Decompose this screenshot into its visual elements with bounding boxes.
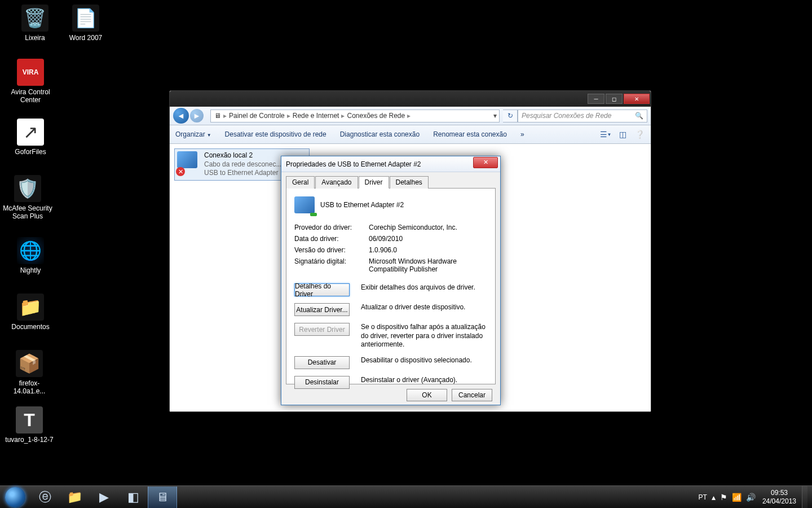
chevron-right-icon: ▸ — [341, 112, 345, 120]
desktop-icon-lixeira[interactable]: 🗑️Lixeira — [10, 5, 60, 42]
windows-orb-icon — [5, 487, 25, 507]
explorer-toolbar: Organizar▼ Desativar este dispositivo de… — [170, 125, 651, 144]
start-button[interactable] — [0, 486, 30, 509]
diagnose-button[interactable]: Diagnosticar esta conexão — [340, 130, 420, 138]
dialog-titlebar[interactable]: Propriedades de USB to Ethernet Adapter … — [281, 156, 500, 172]
device-name: USB to Ethernet Adapter #2 — [320, 201, 404, 209]
desktop-icon-nightly[interactable]: 🌐Nightly — [6, 237, 55, 274]
disable-driver-button[interactable]: Desativar — [294, 356, 350, 369]
close-button[interactable]: ✕ — [624, 94, 650, 104]
language-indicator[interactable]: PT — [699, 493, 707, 501]
desktop-icon-label: McAfee Security Scan Plus — [3, 204, 52, 221]
tray-volume-icon[interactable]: 🔊 — [746, 493, 756, 502]
tab-detalhes[interactable]: Detalhes — [390, 176, 429, 189]
desktop-icon-label: Lixeira — [10, 34, 60, 42]
desktop-icon-documentos[interactable]: 📁Documentos — [6, 294, 55, 331]
uninstall-driver-button[interactable]: Desinstalar — [294, 376, 350, 389]
tab-driver[interactable]: Driver — [359, 176, 389, 189]
breadcrumb-item[interactable]: Painel de Controle — [229, 112, 285, 120]
cancel-button[interactable]: Cancelar — [452, 389, 492, 401]
installer-icon: 📦 — [16, 350, 43, 377]
address-bar: ◄ ► 🖥 ▸ Painel de Controle ▸ Rede e Inte… — [170, 107, 651, 125]
date-label: Data do driver: — [294, 235, 369, 243]
update-driver-desc: Atualizar o driver deste dispositivo. — [361, 303, 487, 312]
preview-pane-button[interactable]: ◫ — [617, 129, 628, 140]
tab-geral[interactable]: Geral — [286, 176, 315, 189]
rename-button[interactable]: Renomear esta conexão — [433, 130, 507, 138]
disable-device-button[interactable]: Desativar este dispositivo de rede — [225, 130, 326, 138]
desktop-icon-goforfiles[interactable]: ↗GoforFiles — [6, 119, 55, 156]
refresh-button[interactable]: ↻ — [503, 110, 518, 122]
taskbar-explorer[interactable]: 📁 — [60, 487, 89, 508]
chevron-right-icon: ▸ — [223, 112, 227, 120]
desktop-icon-word[interactable]: 📄Word 2007 — [61, 5, 111, 42]
taskbar-media-player[interactable]: ▶ — [89, 487, 118, 508]
breadcrumb-item[interactable]: Conexões de Rede — [347, 112, 405, 120]
network-adapter-icon — [294, 196, 315, 213]
desktop-icon-label: Nightly — [6, 266, 55, 274]
taskbar: ⓔ 📁 ▶ ◧ 🖥 PT ▴ ⚑ 📶 🔊 09:53 24/04/2013 — [0, 485, 812, 508]
clock-time: 09:53 — [762, 489, 796, 497]
dialog-tabs: Geral Avançado Driver Detalhes — [281, 172, 500, 188]
minimize-button[interactable]: ─ — [588, 94, 604, 104]
word-icon: 📄 — [72, 5, 99, 32]
connection-device: USB to Ethernet Adapter — [204, 169, 281, 178]
desktop-icon-label: Documentos — [6, 323, 55, 331]
error-x-icon: ✕ — [176, 167, 185, 176]
mcafee-icon: 🛡️ — [14, 175, 41, 202]
organize-menu[interactable]: Organizar▼ — [175, 130, 211, 138]
search-input[interactable]: Pesquisar Conexões de Rede 🔍 — [518, 110, 647, 122]
version-label: Versão do driver: — [294, 246, 369, 254]
tuvaro-icon: T — [16, 406, 43, 433]
date-value: 06/09/2010 — [369, 235, 487, 243]
tab-panel-driver: USB to Ethernet Adapter #2 Provedor do d… — [286, 188, 496, 384]
uninstall-driver-desc: Desinstalar o driver (Avançado). — [361, 376, 487, 385]
show-desktop-button[interactable] — [802, 486, 807, 509]
rollback-driver-desc: Se o dispositivo falhar após a atualizaç… — [361, 323, 487, 349]
system-tray: PT ▴ ⚑ 📶 🔊 09:53 24/04/2013 — [696, 486, 812, 509]
tab-avancado[interactable]: Avançado — [315, 176, 358, 189]
breadcrumb-item[interactable]: Rede e Internet — [293, 112, 339, 120]
dialog-close-button[interactable]: ✕ — [473, 157, 498, 168]
version-value: 1.0.906.0 — [369, 246, 487, 254]
dialog-button-row: OK Cancelar — [281, 389, 500, 408]
tray-network-icon[interactable]: 📶 — [732, 493, 742, 502]
chevron-right-icon: ▸ — [407, 112, 411, 120]
maximize-button[interactable]: ◻ — [606, 94, 623, 104]
provider-value: Corechip Semiconductor, Inc. — [369, 224, 487, 231]
driver-details-button[interactable]: Detalhes do Driver — [294, 283, 350, 296]
control-panel-icon: 🖥 — [214, 112, 221, 120]
nightly-icon: 🌐 — [17, 237, 44, 264]
breadcrumb[interactable]: 🖥 ▸ Painel de Controle ▸ Rede e Internet… — [210, 110, 500, 122]
tray-chevron-up-icon[interactable]: ▴ — [712, 493, 716, 502]
avira-icon: VIRA — [17, 59, 44, 86]
nav-back-button[interactable]: ◄ — [173, 108, 189, 124]
help-button[interactable]: ❔ — [634, 129, 645, 140]
tray-flag-icon[interactable]: ⚑ — [720, 493, 727, 502]
view-options-button[interactable]: ☰▼ — [600, 129, 611, 140]
chevron-down-icon[interactable]: ▾ — [493, 112, 497, 120]
taskbar-app[interactable]: ◧ — [118, 487, 148, 508]
rollback-driver-button: Reverter Driver — [294, 323, 350, 336]
recycle-bin-icon: 🗑️ — [21, 5, 48, 32]
update-driver-button[interactable]: Atualizar Driver... — [294, 303, 350, 316]
desktop-icon-avira[interactable]: VIRAAvira Control Center — [6, 59, 55, 104]
ok-button[interactable]: OK — [407, 389, 447, 401]
properties-dialog: Propriedades de USB to Ethernet Adapter … — [281, 156, 501, 405]
taskbar-clock[interactable]: 09:53 24/04/2013 — [762, 489, 796, 505]
nav-forward-button[interactable]: ► — [190, 109, 204, 122]
signer-label: Signatário digital: — [294, 257, 369, 273]
chevron-right-icon: ▸ — [287, 112, 290, 120]
chevron-down-icon: ▼ — [207, 133, 211, 138]
desktop-icon-label: Word 2007 — [61, 34, 111, 42]
taskbar-ie[interactable]: ⓔ — [30, 487, 60, 508]
taskbar-control-panel[interactable]: 🖥 — [148, 487, 177, 508]
more-button[interactable]: » — [520, 130, 524, 138]
desktop-icon-tuvaro[interactable]: Ttuvaro_1-8-12-7 — [5, 406, 54, 444]
explorer-titlebar[interactable]: ─ ◻ ✕ — [170, 91, 651, 107]
desktop-icon-firefox[interactable]: 📦firefox-14.0a1.e... — [5, 350, 54, 396]
provider-label: Provedor do driver: — [294, 224, 369, 231]
goforfiles-icon: ↗ — [17, 119, 44, 146]
desktop-icon-mcafee[interactable]: 🛡️McAfee Security Scan Plus — [3, 175, 52, 221]
connection-status: Cabo da rede desconec... — [204, 160, 281, 169]
